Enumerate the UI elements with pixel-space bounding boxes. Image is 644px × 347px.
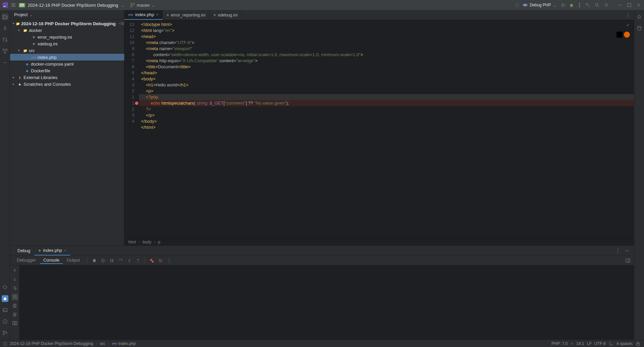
tree-root[interactable]: ▾ 📁 2024-12-16 PHP Docker PhpStorm Debug…: [10, 20, 124, 27]
notifications-icon[interactable]: [636, 13, 643, 20]
svg-point-38: [129, 262, 130, 263]
nav-bar-home-icon[interactable]: ▢: [3, 341, 7, 346]
clear-icon[interactable]: [11, 311, 18, 318]
project-tree[interactable]: ▾ 📁 2024-12-16 PHP Docker PhpStorm Debug…: [10, 20, 124, 245]
problems-tool-icon[interactable]: [2, 318, 8, 325]
scroll-up-icon[interactable]: [11, 267, 18, 274]
debug-tab-session[interactable]: ● index.php ×: [34, 246, 70, 256]
tree-folder-src[interactable]: ▾ 📁 src: [10, 47, 124, 54]
debug-tab-debug[interactable]: Debug: [13, 246, 34, 256]
print-icon[interactable]: [11, 302, 18, 309]
code-lines[interactable]: <!doctype html> <html lang="en"> <head> …: [139, 22, 634, 130]
layout-icon[interactable]: [625, 258, 631, 263]
tree-file-xdebug-ini[interactable]: ≡ xdebug.ini: [10, 40, 124, 47]
close-tab-icon[interactable]: ×: [156, 12, 158, 17]
minimize-panel-icon[interactable]: [625, 248, 630, 254]
code-area[interactable]: ✓ 13 12 11 10 9 8 7: [124, 20, 634, 238]
stop-icon[interactable]: [92, 258, 97, 263]
more-actions-icon[interactable]: [577, 2, 582, 8]
svg-point-45: [169, 262, 170, 263]
resume-icon[interactable]: [100, 258, 106, 263]
debug-more-toolbar-icon[interactable]: [167, 258, 172, 263]
console-output[interactable]: [19, 265, 634, 340]
file-encoding[interactable]: UTF-8: [594, 341, 606, 346]
tab-error-reporting[interactable]: ≡ error_reporting.ini: [163, 10, 210, 20]
pull-requests-icon[interactable]: [2, 36, 8, 43]
readonly-icon[interactable]: [635, 341, 641, 346]
nav-bar-item[interactable]: 2024-12-16 PHP Docker PhpStorm Debugging: [10, 341, 93, 346]
cursor-position[interactable]: 14:1: [577, 341, 584, 346]
pause-icon[interactable]: [109, 258, 114, 263]
settings-icon[interactable]: [604, 2, 609, 8]
editor-more-icon[interactable]: [625, 12, 631, 18]
console-subtab[interactable]: Console: [40, 257, 63, 264]
tree-file-error-ini[interactable]: ≡ error_reporting.ini: [10, 34, 124, 40]
services-tool-icon[interactable]: [2, 284, 8, 291]
nav-bar-item[interactable]: php index.php: [112, 341, 136, 346]
breadcrumb-item[interactable]: html: [128, 240, 136, 244]
breadcrumb-item[interactable]: body: [143, 240, 151, 244]
chevron-right-icon: ›: [96, 341, 97, 346]
git-branch[interactable]: master ⌄: [130, 2, 155, 8]
tree-external-libraries[interactable]: ▸ ⫿ External Libraries: [10, 74, 124, 81]
vcs-tool-icon[interactable]: [2, 330, 8, 336]
tab-label: Debug: [17, 248, 30, 253]
scroll-to-end-icon[interactable]: [11, 294, 18, 300]
search-icon[interactable]: [594, 2, 600, 8]
tree-file-compose[interactable]: ◆ docker-compose.yaml: [10, 61, 124, 67]
gutter[interactable]: 13 12 11 10 9 8 7 6 5 4 3 2 1: [124, 22, 139, 124]
breadcrumb-item[interactable]: p: [158, 240, 160, 244]
svg-point-12: [595, 3, 598, 6]
close-icon[interactable]: [636, 2, 641, 8]
svg-rect-49: [15, 321, 17, 325]
tree-folder-docker[interactable]: ▾ 📁 docker: [10, 27, 124, 34]
project-tool-icon[interactable]: [2, 13, 8, 20]
mute-breakpoints-icon[interactable]: [158, 258, 163, 263]
database-icon[interactable]: [636, 25, 643, 32]
tree-file-index-php[interactable]: php index.php: [10, 54, 124, 61]
debugger-subtab[interactable]: Debugger: [13, 257, 39, 264]
interpreter-ok-icon[interactable]: ✓: [570, 341, 574, 346]
output-subtab[interactable]: Output: [63, 257, 83, 264]
line-separator[interactable]: LF: [587, 341, 592, 346]
indent-setting[interactable]: 4 spaces: [616, 341, 633, 346]
step-into-icon[interactable]: [127, 258, 132, 263]
tree-scratches[interactable]: ▸ ◈ Scratches and Consoles: [10, 81, 124, 87]
nav-bar-item[interactable]: src: [100, 341, 105, 346]
project-name[interactable]: 2024-12-16 PHP Docker PhpStorm Debugging: [28, 3, 118, 8]
indent-icon[interactable]: [608, 341, 614, 346]
main-menu-icon[interactable]: [11, 2, 16, 8]
maximize-icon[interactable]: [627, 2, 632, 8]
more-tools-icon[interactable]: [2, 59, 8, 66]
step-over-icon[interactable]: [118, 258, 123, 263]
tree-label: External Libraries: [24, 75, 57, 80]
branch-name: master: [137, 3, 150, 8]
editor-breadcrumb[interactable]: html › body › p: [124, 238, 634, 245]
view-breakpoints-icon[interactable]: [149, 258, 154, 263]
soft-wrap-icon[interactable]: [11, 285, 18, 292]
updates-icon[interactable]: [514, 2, 520, 8]
run-icon[interactable]: [561, 2, 566, 8]
project-dropdown-icon[interactable]: ⌄: [121, 3, 125, 8]
project-view-dropdown-icon[interactable]: ⌄: [30, 12, 33, 17]
debug-icon[interactable]: [569, 2, 574, 8]
close-tab-icon[interactable]: ×: [64, 248, 66, 253]
tab-index-php[interactable]: php index.php ×: [124, 10, 163, 20]
step-out-icon[interactable]: [135, 258, 141, 263]
diff-icon[interactable]: [11, 320, 18, 326]
structure-tool-icon[interactable]: [2, 48, 8, 54]
svg-rect-0: [3, 2, 8, 8]
scroll-down-icon[interactable]: [11, 276, 18, 283]
tab-xdebug[interactable]: ≡ xdebug.ini: [210, 10, 242, 20]
minimize-icon[interactable]: [617, 2, 623, 8]
chevron-right-icon: ▸: [13, 82, 16, 86]
code-with-me-icon[interactable]: [585, 2, 590, 8]
tab-label: index.php: [135, 12, 154, 17]
debug-more-icon[interactable]: [615, 248, 620, 254]
terminal-tool-icon[interactable]: [2, 307, 8, 313]
run-config[interactable]: Debug PHP ⌄: [522, 2, 557, 8]
debug-tool-icon[interactable]: [2, 295, 8, 302]
tree-file-dockerfile[interactable]: ◆ Dockerfile: [10, 67, 124, 74]
php-version[interactable]: PHP: 7.0: [552, 341, 568, 346]
commit-tool-icon[interactable]: [2, 25, 8, 32]
